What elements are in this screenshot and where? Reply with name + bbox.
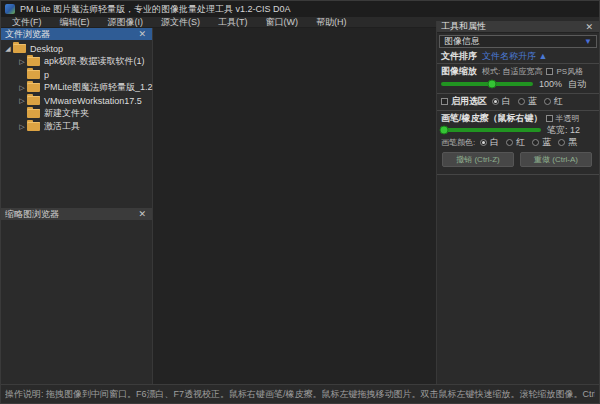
- folder-tree: ◢Desktop▷apk权限-数据读取软件(1)p▷PMLite图魔法师轻量版_…: [1, 40, 152, 133]
- brush-color-label: 画笔颜色:: [441, 137, 475, 148]
- file-browser-title: 文件浏览器: [5, 28, 136, 41]
- app-window: PM Lite 图片魔法师轻量版，专业的图像批量处理工具 v1.2-CIS D0…: [0, 0, 600, 404]
- image-info-label: 图像信息: [444, 35, 584, 48]
- tree-item[interactable]: ▷PMLite图魔法师轻量版_1.2: [1, 81, 152, 94]
- tree-item[interactable]: p: [1, 68, 152, 81]
- menu-item[interactable]: 源文件(S): [152, 17, 209, 28]
- radio-label: 黑: [568, 136, 577, 149]
- semi-transparent-label: 半透明: [556, 113, 580, 124]
- image-zoom-label: 图像缩放: [441, 65, 477, 78]
- radio-label: 红: [516, 136, 525, 149]
- radio-icon[interactable]: [480, 139, 487, 146]
- file-sort-row: 文件排序 文件名称升序 ▲: [437, 50, 599, 64]
- file-sort-value[interactable]: 文件名称升序 ▲: [482, 50, 547, 63]
- folder-icon: [27, 70, 40, 79]
- brush-color-radios: 白红蓝黑: [480, 136, 584, 149]
- brush-section: 画笔/橡皮擦（鼠标右键） 半透明 笔宽: 12 画笔颜色: 白红蓝黑 撤销 (C…: [437, 111, 599, 175]
- left-panel: 文件浏览器 ✕ ◢Desktop▷apk权限-数据读取软件(1)p▷PMLite…: [1, 28, 153, 384]
- radio-label: 蓝: [528, 95, 537, 108]
- selection-color-白[interactable]: 白: [492, 95, 511, 108]
- tree-item-label: PMLite图魔法师轻量版_1.2: [44, 81, 153, 94]
- undo-button[interactable]: 撤销 (Ctrl-Z): [442, 152, 514, 167]
- brush-width-slider-thumb[interactable]: [440, 126, 449, 135]
- image-zoom-section: 图像缩放 模式: 自适应宽高 PS风格 100% 自动: [437, 64, 599, 94]
- collapsed-arrow-icon[interactable]: ▷: [18, 58, 26, 66]
- selection-section: 启用选区 白蓝红: [437, 94, 599, 111]
- radio-icon[interactable]: [492, 98, 499, 105]
- menu-item[interactable]: 工具(T): [209, 17, 257, 28]
- redo-button[interactable]: 重做 (Ctrl-A): [520, 152, 592, 167]
- tree-item-label: 激活工具: [44, 120, 80, 133]
- collapsed-arrow-icon[interactable]: ▷: [18, 97, 26, 105]
- zoom-percent-value: 100%: [539, 79, 562, 89]
- zoom-slider[interactable]: [441, 82, 533, 86]
- selection-color-蓝[interactable]: 蓝: [518, 95, 537, 108]
- brush-color-红[interactable]: 红: [506, 136, 525, 149]
- radio-icon[interactable]: [518, 98, 525, 105]
- folder-icon: [27, 96, 40, 105]
- selection-color-radios: 白蓝红: [492, 95, 570, 108]
- semi-transparent-checkbox[interactable]: [546, 115, 553, 122]
- app-icon: [5, 4, 15, 14]
- folder-icon: [27, 57, 40, 66]
- brush-color-蓝[interactable]: 蓝: [532, 136, 551, 149]
- tools-panel: 工具和属性 ✕ 图像信息 ▼ 文件排序 文件名称升序 ▲ 图像缩放 模式: 自适…: [436, 21, 599, 384]
- menu-item[interactable]: 帮助(H): [307, 17, 356, 28]
- tree-item[interactable]: 新建文件夹: [1, 107, 152, 120]
- close-icon[interactable]: ✕: [583, 22, 595, 32]
- thumbnail-browser-title: 缩略图浏览器: [5, 208, 136, 221]
- radio-icon[interactable]: [544, 98, 551, 105]
- chevron-down-icon: ▼: [584, 37, 592, 46]
- radio-icon[interactable]: [532, 139, 539, 146]
- radio-label: 蓝: [542, 136, 551, 149]
- tree-item-label: apk权限-数据读取软件(1): [44, 55, 145, 68]
- zoom-slider-thumb[interactable]: [487, 80, 496, 89]
- thumbnail-browser-header: 缩略图浏览器 ✕: [1, 208, 152, 220]
- menu-item[interactable]: 窗口(W): [257, 17, 308, 28]
- brush-color-白[interactable]: 白: [480, 136, 499, 149]
- collapsed-arrow-icon[interactable]: ▷: [18, 123, 26, 131]
- window-title: PM Lite 图片魔法师轻量版，专业的图像批量处理工具 v1.2-CIS D0…: [20, 3, 291, 16]
- ps-style-checkbox[interactable]: [546, 68, 553, 75]
- tree-item[interactable]: ▷apk权限-数据读取软件(1): [1, 55, 152, 68]
- folder-icon: [27, 109, 40, 118]
- brush-color-黑[interactable]: 黑: [558, 136, 577, 149]
- brush-width-slider[interactable]: [441, 128, 541, 132]
- menu-item[interactable]: 编辑(E): [51, 17, 99, 28]
- collapsed-arrow-icon[interactable]: ▷: [18, 84, 26, 92]
- file-browser-header: 文件浏览器 ✕: [1, 28, 152, 40]
- radio-label: 红: [554, 95, 563, 108]
- tree-item-label: p: [44, 70, 49, 80]
- radio-label: 白: [490, 136, 499, 149]
- close-icon[interactable]: ✕: [136, 29, 148, 39]
- tree-item-label: 新建文件夹: [44, 107, 89, 120]
- menu-item[interactable]: 文件(F): [3, 17, 51, 28]
- enable-selection-checkbox[interactable]: [441, 98, 448, 105]
- title-bar: PM Lite 图片魔法师轻量版，专业的图像批量处理工具 v1.2-CIS D0…: [1, 1, 599, 17]
- brush-label: 画笔/橡皮擦（鼠标右键）: [441, 112, 543, 125]
- menu-item[interactable]: 源图像(I): [99, 17, 153, 28]
- tools-panel-title: 工具和属性: [441, 20, 583, 33]
- image-canvas[interactable]: [154, 28, 435, 384]
- tree-item[interactable]: ▷激活工具: [1, 120, 152, 133]
- radio-icon[interactable]: [506, 139, 513, 146]
- selection-color-红[interactable]: 红: [544, 95, 563, 108]
- tree-item[interactable]: ◢Desktop: [1, 42, 152, 55]
- status-text: 操作说明: 拖拽图像到中间窗口。F6漂白、F7透视校正。鼠标右键画笔/橡皮擦。鼠…: [5, 388, 595, 401]
- folder-icon: [13, 44, 26, 53]
- folder-icon: [27, 122, 40, 131]
- tree-item[interactable]: ▷VMwareWorkstation17.5: [1, 94, 152, 107]
- image-info-dropdown[interactable]: 图像信息 ▼: [439, 35, 597, 48]
- zoom-mode-label: 模式: 自适应宽高: [482, 66, 542, 77]
- zoom-auto-label[interactable]: 自动: [568, 78, 586, 91]
- tree-item-label: Desktop: [30, 44, 63, 54]
- ps-style-label: PS风格: [556, 66, 583, 77]
- status-bar: 操作说明: 拖拽图像到中间窗口。F6漂白、F7透视校正。鼠标右键画笔/橡皮擦。鼠…: [1, 384, 599, 403]
- folder-icon: [27, 83, 40, 92]
- file-sort-label: 文件排序: [441, 50, 477, 63]
- radio-icon[interactable]: [558, 139, 565, 146]
- tools-panel-header: 工具和属性 ✕: [437, 21, 599, 33]
- close-icon[interactable]: ✕: [136, 209, 148, 219]
- expanded-arrow-icon[interactable]: ◢: [4, 45, 12, 53]
- radio-label: 白: [502, 95, 511, 108]
